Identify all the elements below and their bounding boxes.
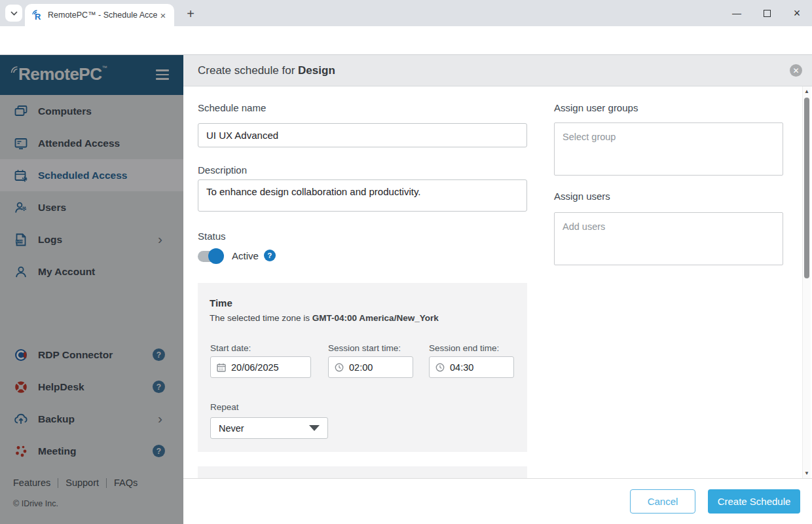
browser-tab[interactable]: R RemotePC™ - Schedule Access × [25,4,174,26]
session-end-value: 04:30 [450,362,473,373]
next-section-partial [198,466,527,478]
new-tab-button[interactable]: + [182,5,199,22]
modal-header: Create schedule for Design ✕ [183,55,812,86]
time-heading: Time [210,297,232,309]
maximize-icon [764,10,771,17]
modal-scrollbar[interactable]: ▲ ▼ [802,86,811,478]
session-start-value: 02:00 [349,362,373,373]
modal-footer: Cancel Create Schedule [183,478,812,524]
timezone-value: GMT-04:00 America/New_York [312,313,439,323]
cancel-button[interactable]: Cancel [630,489,695,514]
calendar-icon [217,363,226,372]
clock-icon [335,363,344,372]
repeat-value: Never [219,423,244,434]
timezone-prefix: The selected time zone is [210,313,312,323]
scrollbar-thumb[interactable] [804,98,809,278]
chevron-down-icon [10,11,18,16]
clock-icon [435,363,445,372]
start-date-input[interactable]: 20/06/2025 [210,356,311,378]
modal-title-prefix: Create schedule for [198,64,298,77]
create-schedule-modal: Create schedule for Design ✕ Schedule na… [183,55,812,524]
window-maximize-button[interactable] [752,0,782,26]
dropdown-caret-icon [309,425,320,431]
screen: R RemotePC™ - Schedule Access × + — × ← … [0,0,812,524]
browser-toolbar: ← → ↻ login.remotepc.com/rpcnew/schedule… [0,26,812,55]
browser-titlebar: R RemotePC™ - Schedule Access × + — × [0,0,812,26]
tab-title: RemotePC™ - Schedule Access [48,10,157,20]
status-toggle[interactable] [198,251,223,262]
assign-groups-input[interactable]: Select group [554,122,783,176]
window-minimize-button[interactable]: — [722,0,752,26]
assign-groups-placeholder: Select group [563,132,616,142]
time-section: Time The selected time zone is GMT-04:00… [198,283,527,452]
scrollbar-down-icon[interactable]: ▼ [804,470,809,476]
schedule-name-input[interactable]: UI UX Advanced [198,123,527,147]
description-input[interactable]: To enhance design collaboration and prod… [198,179,527,212]
remotepc-favicon: R [31,10,43,21]
window-close-button[interactable]: × [782,0,812,26]
session-start-input[interactable]: 02:00 [328,356,413,378]
repeat-select[interactable]: Never [210,417,328,439]
schedule-name-label: Schedule name [198,102,266,113]
start-date-value: 20/06/2025 [231,362,279,373]
tab-close-icon[interactable]: × [157,9,169,21]
assign-users-input[interactable]: Add users [554,212,783,265]
assign-users-placeholder: Add users [563,221,605,232]
modal-title-target: Design [298,64,335,77]
start-date-label: Start date: [210,343,251,353]
repeat-label: Repeat [210,402,239,412]
description-label: Description [198,164,247,176]
status-help-icon[interactable]: ? [264,250,276,261]
timezone-text: The selected time zone is GMT-04:00 Amer… [210,313,439,323]
scrollbar-up-icon[interactable]: ▲ [804,88,809,94]
session-start-label: Session start time: [328,343,401,353]
modal-body: Schedule name UI UX Advanced Description… [183,86,812,478]
toggle-knob [208,248,224,264]
status-toggle-row: Active ? [198,249,276,262]
tab-search-button[interactable] [5,5,22,22]
create-schedule-button[interactable]: Create Schedule [708,489,800,514]
session-end-input[interactable]: 04:30 [429,356,514,378]
modal-overlay [0,55,183,524]
status-value: Active [232,250,259,261]
modal-title: Create schedule for Design [198,64,335,77]
session-end-label: Session end time: [429,343,499,353]
svg-text:R: R [35,12,41,21]
close-icon[interactable]: ✕ [790,64,802,77]
assign-users-label: Assign users [554,191,610,202]
assign-groups-label: Assign user groups [554,102,638,113]
status-label: Status [198,231,226,242]
